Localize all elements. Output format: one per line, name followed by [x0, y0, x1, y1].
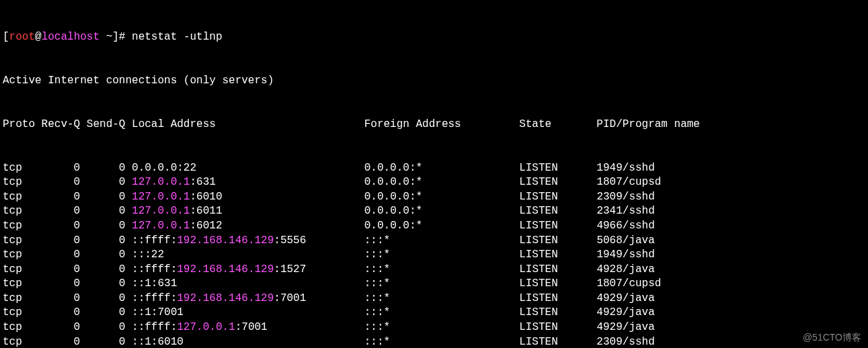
cell-foreign: 0.0.0.0:*: [364, 162, 519, 174]
cell-state: LISTEN: [519, 176, 596, 188]
cell-state: LISTEN: [519, 191, 596, 203]
table-row: tcp 0 0 127.0.0.1:6010 0.0.0.0:* LISTEN …: [3, 190, 865, 205]
table-row: tcp 0 0 ::1:631 :::* LISTEN 1807/cupsd: [3, 277, 865, 292]
cell-proto: tcp: [3, 234, 42, 247]
prompt-host: localhost: [42, 31, 100, 43]
cell-state: LISTEN: [519, 249, 596, 261]
cell-pid: 1807/cupsd: [596, 277, 661, 290]
cell-recvq: 0: [42, 336, 87, 348]
cell-recvq: 0: [42, 277, 87, 290]
watermark: @51CTO博客: [803, 331, 861, 344]
cell-state: LISTEN: [519, 336, 596, 348]
cell-local: 127.0.0.1:6010: [132, 191, 364, 203]
prompt-user: root: [9, 31, 35, 43]
cell-proto: tcp: [3, 249, 42, 261]
cell-recvq: 0: [42, 205, 87, 217]
cell-sendq: 0: [87, 277, 132, 290]
cell-state: LISTEN: [519, 321, 596, 333]
cell-sendq: 0: [87, 191, 132, 203]
cell-recvq: 0: [42, 162, 87, 174]
cell-state: LISTEN: [519, 220, 596, 232]
cell-proto: tcp: [3, 162, 42, 174]
cell-pid: 1807/cupsd: [596, 176, 661, 188]
columns-header: Proto Recv-Q Send-Q Local Address Foreig…: [3, 118, 865, 132]
netstat-table: tcp 0 0 0.0.0.0:22 0.0.0.0:* LISTEN 1949…: [3, 161, 865, 348]
prompt-line: [root@localhost ~]# netstat -utlnp: [3, 30, 865, 45]
cell-pid: 4929/java: [596, 321, 654, 333]
cell-recvq: 0: [42, 263, 87, 275]
table-row: tcp 0 0 ::ffff:192.168.146.129:5556 :::*…: [3, 234, 865, 249]
cell-sendq: 0: [87, 321, 132, 333]
cell-pid: 5068/java: [596, 234, 654, 247]
cell-sendq: 0: [87, 220, 132, 232]
command-text: netstat -utlnp: [132, 31, 222, 43]
cell-foreign: :::*: [364, 321, 519, 333]
cell-state: LISTEN: [519, 306, 596, 318]
cell-local: 127.0.0.1:631: [132, 176, 364, 188]
prompt-rest: ~]#: [100, 31, 132, 43]
cell-proto: tcp: [3, 306, 42, 318]
cell-foreign: :::*: [364, 249, 519, 261]
cell-proto: tcp: [3, 292, 42, 304]
cell-local: :::22: [132, 249, 364, 261]
cell-state: LISTEN: [519, 277, 596, 290]
cell-state: LISTEN: [519, 205, 596, 217]
table-row: tcp 0 0 ::ffff:192.168.146.129:7001 :::*…: [3, 292, 865, 306]
cell-state: LISTEN: [519, 234, 596, 247]
table-row: tcp 0 0 127.0.0.1:6011 0.0.0.0:* LISTEN …: [3, 204, 865, 219]
table-row: tcp 0 0 ::ffff:127.0.0.1:7001 :::* LISTE…: [3, 320, 865, 335]
cell-sendq: 0: [87, 162, 132, 174]
cell-proto: tcp: [3, 220, 42, 232]
table-row: tcp 0 0 :::22 :::* LISTEN 1949/sshd: [3, 248, 865, 263]
cell-foreign: :::*: [364, 336, 519, 348]
cell-recvq: 0: [42, 234, 87, 247]
cell-foreign: :::*: [364, 292, 519, 304]
cell-pid: 4966/sshd: [596, 220, 654, 232]
cell-proto: tcp: [3, 321, 42, 333]
cell-foreign: :::*: [364, 306, 519, 318]
prompt-at: @: [35, 31, 42, 43]
table-row: tcp 0 0 127.0.0.1:6012 0.0.0.0:* LISTEN …: [3, 219, 865, 234]
cell-pid: 4929/java: [596, 292, 654, 304]
table-row: tcp 0 0 ::ffff:192.168.146.129:1527 :::*…: [3, 263, 865, 277]
cell-proto: tcp: [3, 176, 42, 188]
header-line: Active Internet connections (only server…: [3, 74, 865, 89]
cell-proto: tcp: [3, 336, 42, 348]
cell-state: LISTEN: [519, 162, 596, 174]
cell-foreign: 0.0.0.0:*: [364, 191, 519, 203]
cell-sendq: 0: [87, 234, 132, 247]
cell-recvq: 0: [42, 306, 87, 318]
cell-pid: 2309/sshd: [596, 191, 654, 203]
cell-local: 0.0.0.0:22: [132, 162, 364, 174]
prompt-open: [: [3, 31, 9, 43]
cell-local: ::ffff:127.0.0.1:7001: [132, 321, 364, 333]
cell-local: ::1:6010: [132, 336, 364, 348]
cell-pid: 2309/sshd: [596, 336, 654, 348]
cell-recvq: 0: [42, 321, 87, 333]
cell-foreign: 0.0.0.0:*: [364, 205, 519, 217]
cell-foreign: :::*: [364, 277, 519, 290]
cell-proto: tcp: [3, 191, 42, 203]
cell-foreign: 0.0.0.0:*: [364, 176, 519, 188]
cell-local: ::1:7001: [132, 306, 364, 318]
cell-foreign: :::*: [364, 263, 519, 275]
cell-local: ::ffff:192.168.146.129:5556: [132, 234, 364, 247]
cell-pid: 1949/sshd: [596, 249, 654, 261]
table-row: tcp 0 0 ::1:6010 :::* LISTEN 2309/sshd: [3, 335, 865, 348]
cell-recvq: 0: [42, 191, 87, 203]
cell-state: LISTEN: [519, 292, 596, 304]
cell-sendq: 0: [87, 336, 132, 348]
cell-sendq: 0: [87, 306, 132, 318]
table-row: tcp 0 0 127.0.0.1:631 0.0.0.0:* LISTEN 1…: [3, 175, 865, 190]
cell-sendq: 0: [87, 263, 132, 275]
terminal[interactable]: [root@localhost ~]# netstat -utlnp Activ…: [0, 0, 868, 348]
cell-pid: 4929/java: [596, 306, 654, 318]
cell-sendq: 0: [87, 176, 132, 188]
cell-proto: tcp: [3, 263, 42, 275]
cell-local: 127.0.0.1:6011: [132, 205, 364, 217]
cell-foreign: 0.0.0.0:*: [364, 220, 519, 232]
cell-local: ::ffff:192.168.146.129:1527: [132, 263, 364, 275]
table-row: tcp 0 0 ::1:7001 :::* LISTEN 4929/java: [3, 306, 865, 320]
table-row: tcp 0 0 0.0.0.0:22 0.0.0.0:* LISTEN 1949…: [3, 161, 865, 176]
cell-local: 127.0.0.1:6012: [132, 220, 364, 232]
